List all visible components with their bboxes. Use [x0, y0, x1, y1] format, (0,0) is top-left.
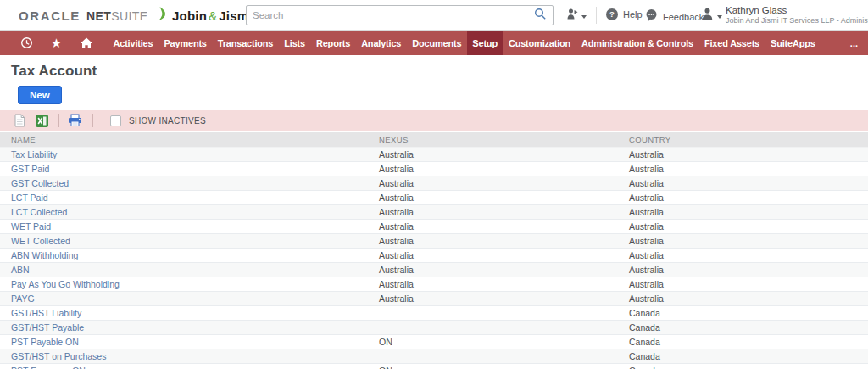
print-button[interactable]	[68, 114, 82, 127]
tax-account-link[interactable]: Tax Liability	[11, 149, 57, 159]
partner-logo: Jobin&Jismi	[155, 6, 253, 25]
tax-account-link[interactable]: GST Collected	[11, 178, 69, 188]
suite-logo-text: SUITE	[111, 9, 147, 23]
country-cell: Australia	[618, 149, 868, 159]
table-row: GST Paid Australia Australia	[0, 162, 868, 176]
quick-menu-button[interactable]	[566, 8, 587, 24]
country-cell: Australia	[618, 221, 868, 232]
tax-account-link[interactable]: PAYG	[11, 294, 35, 304]
nav-item-transactions[interactable]: Transactions	[212, 31, 278, 55]
document-icon	[14, 114, 25, 127]
table-row: WET Paid Australia Australia	[0, 220, 868, 234]
country-cell: Australia	[618, 279, 868, 289]
feedback-button[interactable]: Feedback	[645, 8, 704, 25]
nexus-cell: Australia	[368, 149, 618, 159]
tax-account-link[interactable]: GST Paid	[11, 164, 49, 174]
chevron-down-icon	[717, 15, 722, 19]
country-cell: Canada	[618, 366, 868, 369]
toolbar-divider	[58, 114, 59, 127]
main-navbar: ★ Activities Payments Transactions Lists…	[0, 31, 868, 55]
nexus-cell: Australia	[368, 236, 618, 246]
user-info[interactable]: Kathryn Glass Jobin And Jismi IT Service…	[726, 4, 868, 26]
tax-account-link[interactable]: Pay As You Go Withholding	[11, 279, 120, 289]
nav-overflow-button[interactable]: ...	[850, 31, 858, 55]
table-row: PST Expenses ON ON Canada	[0, 364, 868, 369]
search-icon[interactable]	[534, 8, 547, 24]
country-cell: Australia	[618, 250, 868, 260]
table-row: GST Collected Australia Australia	[0, 176, 868, 191]
nav-item-payments[interactable]: Payments	[159, 31, 212, 55]
nav-item-reports[interactable]: Reports	[310, 31, 355, 55]
home-icon	[80, 36, 93, 49]
country-cell: Australia	[618, 294, 868, 304]
nav-item-analytics[interactable]: Analytics	[356, 31, 407, 55]
nav-item-lists[interactable]: Lists	[279, 31, 311, 55]
country-cell: Canada	[618, 337, 868, 347]
help-icon: ?	[606, 8, 618, 20]
shortcuts-button[interactable]: ★	[42, 31, 71, 55]
tax-account-link[interactable]: LCT Paid	[11, 193, 48, 203]
nav-menu: Activities Payments Transactions Lists R…	[108, 31, 821, 55]
partner-swoosh-icon	[155, 6, 168, 25]
tax-account-link[interactable]: GST/HST on Purchases	[11, 351, 106, 361]
user-menu-button[interactable]	[700, 7, 722, 25]
tax-account-link[interactable]: WET Collected	[11, 236, 70, 246]
nexus-cell: Australia	[368, 178, 618, 188]
net-logo-text: NET	[86, 9, 111, 23]
table-row: GST/HST Liability Canada	[0, 306, 868, 321]
feedback-icon	[645, 8, 658, 25]
tax-account-link[interactable]: GST/HST Liability	[11, 308, 81, 318]
excel-icon	[36, 115, 48, 127]
nexus-cell: Australia	[368, 265, 618, 275]
nexus-cell: Australia	[368, 164, 618, 174]
column-header-name[interactable]: NAME	[0, 135, 368, 144]
top-header: ORACLENETSUITE Jobin&Jismi ? Help Feedba…	[0, 0, 868, 31]
table-row: LCT Collected Australia Australia	[0, 205, 868, 220]
nav-item-suiteapps[interactable]: SuiteApps	[765, 31, 821, 55]
list-toolbar: SHOW INACTIVES	[0, 110, 868, 132]
nav-item-administration-controls[interactable]: Administration & Controls	[576, 31, 699, 55]
nav-item-documents[interactable]: Documents	[407, 31, 467, 55]
show-inactives-checkbox[interactable]	[110, 115, 121, 126]
nav-item-activities[interactable]: Activities	[108, 31, 159, 55]
export-csv-button[interactable]	[14, 114, 25, 127]
recent-records-button[interactable]	[12, 31, 42, 55]
netsuite-logo[interactable]: ORACLENETSUITE	[19, 8, 147, 24]
tax-account-link[interactable]: PST Payable ON	[11, 337, 79, 347]
tax-account-link[interactable]: ABN Withholding	[11, 250, 78, 260]
tax-account-link[interactable]: GST/HST Payable	[11, 322, 84, 333]
help-button[interactable]: ? Help	[606, 8, 643, 20]
country-cell: Canada	[618, 322, 868, 333]
tax-account-link[interactable]: LCT Collected	[11, 207, 67, 217]
nav-item-fixed-assets[interactable]: Fixed Assets	[698, 31, 765, 55]
tax-account-link[interactable]: WET Paid	[11, 221, 51, 232]
column-header-country[interactable]: COUNTRY	[618, 135, 868, 144]
nav-item-setup[interactable]: Setup	[467, 31, 504, 55]
home-button[interactable]	[71, 31, 101, 55]
country-cell: Australia	[618, 236, 868, 246]
tax-account-link[interactable]: ABN	[11, 265, 30, 275]
header-divider	[596, 7, 597, 24]
role-switch-icon	[566, 8, 579, 24]
user-role: Jobin And Jismi IT Services LLP - Admini…	[726, 16, 868, 25]
chevron-down-icon	[581, 15, 587, 19]
table-row: LCT Paid Australia Australia	[0, 191, 868, 205]
export-excel-button[interactable]	[36, 115, 48, 127]
new-button[interactable]: New	[18, 86, 62, 104]
search-input[interactable]	[253, 10, 534, 20]
nexus-cell: ON	[368, 337, 618, 347]
table-row: Pay As You Go Withholding Australia Aust…	[0, 277, 868, 292]
nexus-cell: Australia	[368, 294, 618, 304]
printer-icon	[68, 114, 82, 127]
nexus-cell: Australia	[368, 221, 618, 232]
table-row: PST Payable ON ON Canada	[0, 335, 868, 349]
country-cell: Australia	[618, 265, 868, 275]
column-header-nexus[interactable]: NEXUS	[368, 135, 618, 144]
table-row: GST/HST on Purchases Canada	[0, 349, 868, 364]
user-name: Kathryn Glass	[726, 4, 868, 16]
tax-account-link[interactable]: PST Expenses ON	[11, 366, 86, 369]
table-row: Tax Liability Australia Australia	[0, 148, 868, 162]
nexus-cell: Australia	[368, 207, 618, 217]
nav-item-customization[interactable]: Customization	[503, 31, 576, 55]
nexus-cell: Australia	[368, 279, 618, 289]
